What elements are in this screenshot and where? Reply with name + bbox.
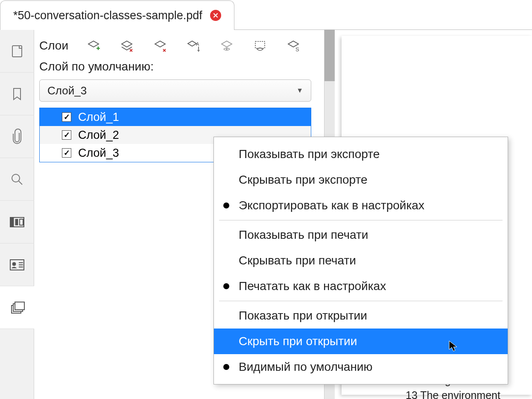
layer-checkbox[interactable]: ✓	[62, 148, 71, 158]
default-layer-dropdown[interactable]: Слой_3 ▼	[39, 79, 311, 102]
layer-checkbox[interactable]: ✓	[62, 130, 71, 140]
menu-separator	[219, 301, 503, 301]
search-icon[interactable]	[0, 158, 34, 201]
panel-title: Слои	[39, 39, 68, 53]
menu-label: Скрыть при открытии	[239, 334, 357, 348]
select-layer-icon[interactable]	[252, 38, 268, 54]
bookmarks-icon[interactable]	[0, 73, 34, 115]
menu-separator	[219, 220, 503, 220]
filmstrip-icon[interactable]	[0, 201, 34, 244]
radio-bullet-icon	[223, 364, 229, 370]
svg-rect-10	[15, 302, 24, 310]
menu-label: Показывать при экспорте	[239, 147, 380, 161]
document-text: 13 The environment	[406, 389, 532, 399]
tab-bar: *50-conversation-classes-sample.pdf	[0, 0, 532, 30]
default-layer-label: Слой по умолчанию:	[34, 60, 324, 79]
menu-item-export-as-settings[interactable]: Экспортировать как в настройках	[214, 193, 508, 218]
menu-label: Скрывать при экспорте	[239, 173, 368, 187]
svg-point-12	[226, 48, 228, 50]
menu-item-print-as-settings[interactable]: Печатать как в настройках	[214, 273, 508, 299]
scroll-thumb[interactable]	[324, 30, 335, 81]
delete-layer-icon[interactable]	[152, 38, 168, 54]
menu-label: Показать при открытии	[239, 309, 367, 323]
lock-layer-icon[interactable]: S	[285, 38, 301, 54]
menu-item-visible-by-default[interactable]: Видимый по умолчанию	[214, 354, 508, 380]
svg-rect-13	[255, 41, 265, 48]
dropdown-value: Слой_3	[47, 84, 87, 97]
tab-title: *50-conversation-classes-sample.pdf	[13, 9, 202, 22]
layers-icon[interactable]	[0, 286, 34, 329]
layer-name: Слой_3	[78, 147, 119, 160]
svg-rect-5	[20, 219, 23, 225]
close-icon[interactable]	[210, 10, 221, 21]
svg-text:S: S	[295, 46, 299, 52]
sidebar	[0, 30, 34, 399]
layer-name: Слой_1	[78, 111, 119, 124]
remove-layer-icon[interactable]	[119, 38, 135, 54]
menu-item-show-on-export[interactable]: Показывать при экспорте	[214, 141, 508, 167]
layer-name: Слой_2	[78, 129, 119, 142]
menu-label: Скрывать при печати	[239, 254, 356, 267]
add-layer-icon[interactable]	[85, 38, 102, 54]
svg-point-1	[12, 174, 20, 182]
svg-point-7	[12, 262, 16, 266]
svg-text:A: A	[196, 41, 199, 47]
layer-toolbar: A S	[85, 38, 301, 54]
menu-item-hide-on-export[interactable]: Скрывать при экспорте	[214, 167, 508, 193]
layer-context-menu: Показывать при экспорте Скрывать при экс…	[213, 137, 508, 384]
svg-rect-4	[15, 219, 18, 225]
radio-bullet-icon	[223, 283, 229, 289]
menu-item-show-on-open[interactable]: Показать при открытии	[214, 303, 508, 329]
rename-layer-icon[interactable]: A	[185, 38, 202, 54]
menu-item-hide-on-open[interactable]: Скрыть при открытии	[214, 329, 508, 354]
panel-header: Слои A	[34, 38, 324, 60]
menu-label: Видимый по умолчанию	[239, 360, 372, 374]
menu-label: Экспортировать как в настройках	[239, 199, 424, 212]
menu-label: Показывать при печати	[239, 228, 368, 242]
document-tab[interactable]: *50-conversation-classes-sample.pdf	[0, 0, 234, 30]
attachments-icon[interactable]	[0, 115, 34, 158]
id-card-icon[interactable]	[0, 244, 34, 286]
chevron-down-icon: ▼	[296, 87, 303, 94]
menu-label: Печатать как в настройках	[239, 279, 386, 293]
layer-checkbox[interactable]: ✓	[62, 112, 71, 122]
menu-item-show-on-print[interactable]: Показывать при печати	[214, 222, 508, 248]
visibility-layer-icon[interactable]	[219, 38, 235, 54]
radio-bullet-icon	[223, 202, 229, 208]
menu-item-hide-on-print[interactable]: Скрывать при печати	[214, 248, 508, 273]
thumbnails-icon[interactable]	[0, 30, 34, 73]
layer-row[interactable]: ✓ Слой_1	[40, 108, 311, 126]
svg-rect-3	[10, 217, 14, 227]
svg-rect-0	[12, 46, 22, 57]
